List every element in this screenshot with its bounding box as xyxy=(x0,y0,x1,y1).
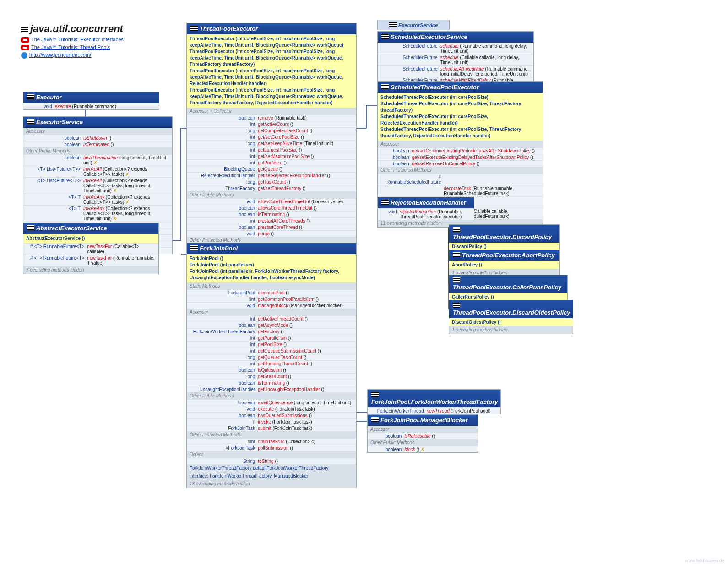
globe-icon xyxy=(21,52,27,59)
method-row[interactable]: longgetStealCount () xyxy=(187,373,356,380)
method-row[interactable]: !intgetCommonPoolParallelism () xyxy=(187,296,356,302)
method-row[interactable]: intgetRunningThreadCount () xyxy=(187,360,356,367)
page-title: java.util.concurrent xyxy=(21,23,124,35)
class-rejectedexecutionhandler[interactable]: RejectedExecutionHandler voidrejectedExe… xyxy=(377,197,474,220)
method-row[interactable]: booleanget/setExecuteExistingDelayedTask… xyxy=(378,154,543,160)
method-row[interactable]: voidexecute (ForkJoinTask task) xyxy=(187,406,356,412)
class-title: ForkJoinPool.ManagedBlocker xyxy=(380,417,468,424)
method-row[interactable]: voidallowCoreThreadTimeOut (boolean valu… xyxy=(187,198,356,205)
method-row[interactable]: booleanisTerminating () xyxy=(187,211,356,217)
method-row[interactable]: UncaughtExceptionHandlergetUncaughtExcep… xyxy=(187,386,356,392)
class-title: ThreadPoolExecutor xyxy=(200,25,258,32)
class-fjwtfactory[interactable]: ForkJoinPool.ForkJoinWorkerThreadFactory… xyxy=(367,389,501,414)
method-row[interactable]: longget/setKeepAliveTime (TimeUnit unit) xyxy=(187,140,356,147)
class-forkjoinpool[interactable]: ForkJoinPool ForkJoinPool () ForkJoinPoo… xyxy=(186,243,357,488)
footer-note: 7 overriding methods hidden xyxy=(23,266,158,274)
method-row[interactable]: ForkJoinWorkerThreadFactorygetFactory () xyxy=(187,328,356,335)
badge-icon xyxy=(21,37,29,43)
method-row[interactable]: booleanisTerminating () xyxy=(187,380,356,386)
method-row[interactable]: !booleanawaitQuiescence (long timeout, T… xyxy=(187,399,356,406)
method-row[interactable]: RejectedExecutionHandlerget/setRejectedE… xyxy=(187,172,356,179)
method-row[interactable]: booleanprestartCoreThread () xyxy=(187,224,356,230)
method-row[interactable]: ThreadFactoryget/setThreadFactory () xyxy=(187,185,356,191)
method-row[interactable]: #intdrainTasksTo (Collection> c) xyxy=(187,438,356,445)
method-row[interactable]: booleanhasQueuedSubmissions () xyxy=(187,412,356,418)
method-row[interactable]: booleanget/setContinueExistingPeriodicTa… xyxy=(378,147,543,154)
flag-icon xyxy=(381,200,389,205)
flag-icon xyxy=(453,303,460,308)
flag-icon xyxy=(453,252,460,257)
page-header: java.util.concurrent The Java™ Tutorials… xyxy=(21,23,124,60)
method-row[interactable]: booleanallowsCoreThreadTimeOut () xyxy=(187,205,356,211)
flag-icon xyxy=(453,277,460,282)
method-row[interactable]: longgetCompletedTaskCount () xyxy=(187,127,356,134)
method-row[interactable]: intgetPoolSize () xyxy=(187,159,356,166)
method-row[interactable]: Tinvoke (ForkJoinTask task) xyxy=(187,418,356,425)
method-row[interactable]: intprestartAllCoreThreads () xyxy=(187,217,356,224)
section-label: Accessor xyxy=(368,426,478,433)
class-title: ScheduledExecutorService xyxy=(391,33,467,40)
ext-link-3[interactable]: http://www.jconcurrent.com/ xyxy=(21,52,124,59)
section-label: Accessor xyxy=(187,309,356,315)
method-row[interactable]: #ForkJoinTaskpollSubmission () xyxy=(187,445,356,451)
section-label: Accessor xyxy=(378,141,543,147)
method-row[interactable]: ScheduledFuturescheduleAtFixedRate (Runn… xyxy=(378,65,533,77)
section-label: Other Public Methods xyxy=(187,191,356,198)
section-label: Other Public Methods xyxy=(187,392,356,399)
badge-icon xyxy=(21,45,29,50)
class-title: ForkJoinPool xyxy=(200,245,238,252)
class-abortpolicy[interactable]: ThreadPoolExecutor.AbortPolicy AbortPoli… xyxy=(449,250,560,277)
method-row[interactable]: intgetPoolSize () xyxy=(187,341,356,348)
class-title: ThreadPoolExecutor.DiscardOldestPolicy xyxy=(453,309,570,316)
flag-icon xyxy=(190,26,198,31)
method-row[interactable]: booleanremove (Runnable task) xyxy=(187,114,356,121)
class-discardoldestpolicy[interactable]: ThreadPoolExecutor.DiscardOldestPolicy D… xyxy=(449,300,573,334)
class-title: ScheduledThreadPoolExecutor xyxy=(391,84,479,91)
method-row[interactable]: intgetLargestPoolSize () xyxy=(187,147,356,153)
flag-icon xyxy=(190,245,198,250)
section-label: Other Public Methods xyxy=(23,147,172,154)
ext-link-1[interactable]: The Java™ Tutorials: Executor Interfaces xyxy=(21,37,124,43)
method-row[interactable]: intgetQueuedSubmissionCount () xyxy=(187,348,356,354)
method-row[interactable]: booleanisQuiescent () xyxy=(187,367,356,373)
stub-executorservice[interactable]: ExecutorService xyxy=(377,20,450,30)
method-row[interactable]: intget/setCorePoolSize () xyxy=(187,134,356,140)
method-row[interactable]: booleanget/setRemoveOnCancelPolicy () xyxy=(378,160,543,167)
footer-note: 1 overriding method hidden xyxy=(449,326,573,334)
footer-note: 13 overriding methods hidden xyxy=(187,480,356,488)
flag-icon xyxy=(453,227,460,232)
flag-icon xyxy=(27,119,34,124)
method-row[interactable]: ScheduledFutureschedule (Runnable comman… xyxy=(378,43,533,54)
method-row[interactable]: intgetActiveCount () xyxy=(187,121,356,127)
section-label: Accessor xyxy=(23,128,172,135)
method-row[interactable]: intgetParallelism () xyxy=(187,335,356,341)
class-title: ExecutorService xyxy=(36,119,83,125)
method-row[interactable]: ScheduledFutureschedule (Callable callab… xyxy=(378,54,533,65)
flag-icon xyxy=(381,34,389,39)
class-executor[interactable]: Executor voidexecute (Runnable command) xyxy=(23,92,159,110)
class-abstractexecutorservice[interactable]: AbstractExecutorService AbstractExecutor… xyxy=(23,223,159,274)
method-row[interactable]: # RunnableScheduledFuture xyxy=(378,174,543,185)
watermark: www.falkhausen.de xyxy=(685,558,724,563)
method-row[interactable]: !ForkJoinPoolcommonPool () xyxy=(187,289,356,296)
section-label: Other Public Methods xyxy=(368,439,478,446)
method-row[interactable]: StringtoString () xyxy=(187,458,356,464)
class-title: RejectedExecutionHandler xyxy=(391,199,466,206)
method-row[interactable]: ForkJoinTasksubmit (ForkJoinTask task) xyxy=(187,425,356,431)
method-row[interactable]: voidmanagedBlock (ManagedBlocker blocker… xyxy=(187,302,356,309)
section-label: Other Protected Methods xyxy=(187,431,356,438)
method-row[interactable]: intgetActiveThreadCount () xyxy=(187,315,356,322)
method-row[interactable]: BlockingQueuegetQueue () xyxy=(187,166,356,172)
class-title: Executor xyxy=(36,94,62,101)
method-row[interactable]: booleangetAsyncMode () xyxy=(187,322,356,328)
section-label: Object xyxy=(187,451,356,458)
method-row[interactable]: longgetQueuedTaskCount () xyxy=(187,354,356,360)
flag-icon xyxy=(27,94,34,99)
ext-link-2[interactable]: The Java™ Tutorials: Thread Pools xyxy=(21,44,124,50)
method-row[interactable]: voidpurge () xyxy=(187,230,356,237)
method-row[interactable]: longgetTaskCount () xyxy=(187,179,356,185)
method-row[interactable]: decorateTask (Runnable runnable, Runnabl… xyxy=(378,185,543,196)
method-row[interactable]: intget/setMaximumPoolSize () xyxy=(187,153,356,159)
flag-icon xyxy=(27,225,34,230)
class-managedblocker[interactable]: ForkJoinPool.ManagedBlocker Accessor boo… xyxy=(367,414,478,453)
